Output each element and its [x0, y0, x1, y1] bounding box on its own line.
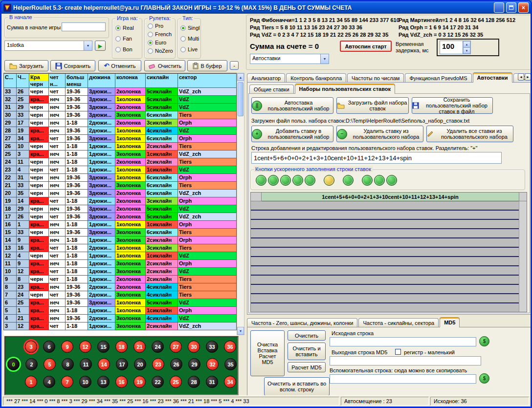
table-row[interactable]: 3326чернчет19-363дюжи...2колонка5сиклайн… [4, 88, 237, 96]
bet-list-row[interactable] [251, 248, 519, 257]
chevron-down-icon[interactable]: ▼ [320, 54, 329, 64]
slot-select[interactable]: 1slotka ▼ [4, 41, 92, 51]
md5-output-input[interactable] [330, 356, 481, 365]
roulette-number-14[interactable]: 14 [98, 358, 110, 370]
bet-list-row[interactable] [251, 285, 519, 294]
table-row[interactable]: 312кра...чет1-181дюжи...3колонка2сиклайн… [4, 322, 237, 330]
table-row[interactable]: 119кра...неч1-181дюжи...3колонка2сиклайн… [4, 260, 237, 268]
radio-real[interactable]: Real [115, 25, 134, 31]
bet-chip-button[interactable] [280, 175, 291, 186]
table-row[interactable]: 234чернчет1-181дюжи...1колонка1сиклайнVd… [4, 166, 237, 174]
save-bet-file-button[interactable]: Сохранить пользовательский набор ставок … [412, 97, 493, 114]
bet-chip-button[interactable] [362, 175, 373, 186]
md5-clear-paste-helper-button[interactable]: Очистить и вставить во вспом. строку [264, 377, 330, 396]
scroll-down-button[interactable]: ▼ [237, 327, 244, 335]
bet-list-row[interactable] [251, 201, 519, 211]
spin-down-button[interactable]: ▼ [463, 47, 470, 54]
radio-bon[interactable]: Bon [115, 46, 133, 52]
bet-list-row[interactable] [251, 294, 519, 303]
bet-list-row[interactable] [251, 229, 519, 238]
bet-list-header[interactable]: 1cent+5+6+0+0+2+1+3+10cent+10+11+12+13+1… [262, 193, 519, 201]
md5-clear-button[interactable]: Очистить [288, 330, 326, 341]
bet-list-row[interactable] [251, 257, 519, 266]
roulette-number-31[interactable]: 31 [206, 376, 218, 388]
roulette-number-33[interactable]: 33 [206, 341, 218, 353]
roulette-number-1[interactable]: 1 [25, 376, 37, 388]
column-header[interactable]: сиклайн [146, 74, 178, 88]
table-row[interactable]: 1012кра...чет1-181дюжи...3колонка2сиклай… [4, 268, 237, 276]
table-row[interactable]: 3129черннеч19-363дюжи...2колонка5сиклайн… [4, 104, 237, 111]
autospin-button[interactable]: Автоспин старт [340, 41, 392, 52]
roulette-number-6[interactable]: 6 [43, 341, 55, 353]
bet-chip-button[interactable] [256, 175, 266, 186]
roulette-number-15[interactable]: 15 [97, 341, 110, 353]
tab-bankroll[interactable]: Контроль банкролла [286, 73, 346, 82]
bet-list-row[interactable] [251, 303, 519, 312]
table-row[interactable]: 2411черннеч1-181дюжи...2колонка2сиклайнT… [4, 158, 237, 166]
roulette-number-27[interactable]: 27 [170, 341, 182, 353]
md5-source-input[interactable] [330, 337, 476, 346]
tab-autobets[interactable]: Автоставки [473, 72, 512, 83]
table-scrollbar[interactable]: ▲ ▼ [237, 73, 244, 335]
md5-helper-copy-button[interactable]: $ [479, 373, 489, 384]
bet-list-row[interactable] [251, 276, 519, 285]
subtab-common-bets[interactable]: Общие ставки [249, 85, 294, 93]
column-header[interactable]: дюжина [88, 74, 115, 88]
tab-frequencies[interactable]: Частоты по числам [347, 73, 404, 82]
table-row[interactable]: 1829черннеч19-363дюжи...2колонка5сиклайн… [4, 205, 237, 213]
load-button[interactable]: Загрузить [4, 60, 48, 71]
roulette-number-12[interactable]: 12 [79, 341, 91, 353]
radio-nozero[interactable]: NoZero [148, 48, 173, 54]
add-bet-button[interactable]: + Добавить ставку в пользовательский наб… [251, 126, 333, 142]
bet-list-scroll-track[interactable] [519, 201, 527, 312]
roulette-number-5[interactable]: 5 [44, 358, 56, 370]
column-header[interactable]: Ч... [17, 74, 29, 88]
minimize-button[interactable]: _ [494, 2, 504, 13]
radio-french[interactable]: French [148, 31, 172, 37]
roulette-number-25[interactable]: 25 [170, 376, 182, 388]
bet-list-row[interactable] [251, 211, 519, 220]
bet-chip-button[interactable] [343, 175, 354, 186]
table-row[interactable]: 3033черннеч19-363дюжи...3колонка6сиклайн… [4, 111, 237, 119]
table-row[interactable]: 161кра...неч1-181дюжи...1колонка1сиклайн… [4, 221, 237, 229]
table-row[interactable]: 2917черннеч1-182дюжи...2колонка3сиклайнO… [4, 119, 237, 127]
bet-list-row[interactable] [251, 266, 519, 276]
bet-chip-button[interactable] [386, 175, 397, 186]
roulette-number-19[interactable]: 19 [133, 376, 146, 388]
bet-chip-button[interactable] [268, 175, 279, 186]
scroll-up-button[interactable]: ▲ [237, 73, 244, 81]
roulette-number-24[interactable]: 24 [152, 341, 164, 353]
column-header[interactable]: Крачерн [29, 74, 49, 88]
table-row[interactable]: 98чернчет1-181дюжи...2колонка2сиклайнTie… [4, 276, 237, 283]
bet-chip-button[interactable] [292, 175, 303, 186]
roulette-number-9[interactable]: 9 [61, 341, 73, 353]
roulette-number-17[interactable]: 17 [116, 358, 128, 370]
roulette-number-29[interactable]: 29 [188, 358, 200, 370]
md5-source-copy-button[interactable]: $ [479, 336, 489, 346]
tab-analizator[interactable]: Анализатор [247, 73, 285, 82]
roulette-number-34[interactable]: 34 [224, 376, 236, 388]
roulette-number-18[interactable]: 18 [115, 341, 128, 353]
table-row[interactable]: 2734кра...чет19-363дюжи...1колонка6сикла… [4, 135, 237, 143]
table-row[interactable]: 2035черннеч19-363дюжи...2колонка6сиклайн… [4, 190, 237, 197]
roulette-number-36[interactable]: 36 [224, 341, 236, 353]
column-header[interactable]: четн... [49, 74, 66, 88]
radio-fan[interactable]: Fan [115, 36, 132, 42]
roulette-number-3[interactable]: 3 [25, 341, 37, 353]
roulette-number-16[interactable]: 16 [115, 376, 128, 388]
undo-button[interactable]: ↶ Отменить [98, 60, 141, 71]
maximize-button[interactable] [506, 2, 516, 13]
autobets-select[interactable]: Автоставки ▼ [250, 54, 329, 64]
chevron-down-icon[interactable]: ▼ [84, 41, 92, 50]
roulette-number-8[interactable]: 8 [62, 358, 74, 370]
roulette-number-21[interactable]: 21 [133, 341, 146, 353]
roulette-number-2[interactable]: 2 [25, 358, 38, 370]
table-row[interactable]: 51кра...неч1-181дюжи...1колонка1сиклайнO… [4, 307, 237, 315]
lowercase-checkbox[interactable] [395, 349, 401, 355]
roulette-number-10[interactable]: 10 [79, 376, 91, 388]
table-row[interactable]: 253кра...неч1-181дюжи...3колонка1сиклайн… [4, 150, 237, 158]
save-button[interactable]: Сохранить [50, 60, 95, 71]
roulette-number-23[interactable]: 23 [152, 358, 164, 370]
bet-chip-button[interactable] [374, 175, 385, 186]
delay-spinner[interactable]: 100 ▲ ▼ [440, 41, 471, 54]
